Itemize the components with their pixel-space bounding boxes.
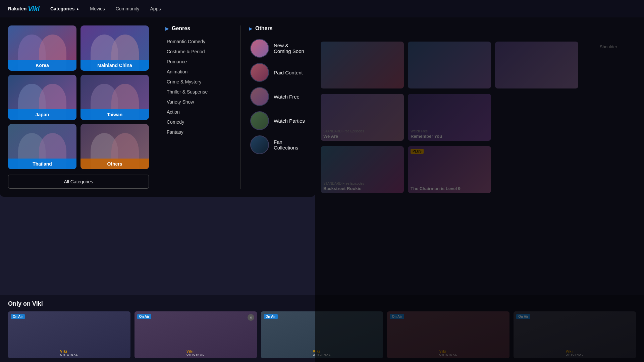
bg-card-chairman: PLUS The Chairman is Level 9 — [408, 146, 491, 193]
card-title: We Are — [323, 134, 401, 139]
bg-card-remember-you: Watch Free Remember You — [408, 94, 491, 141]
new-coming-soon-label: New & Coming Soon — [274, 43, 306, 54]
others-arrow-icon: ▶ — [249, 26, 253, 31]
bg-card — [408, 42, 491, 88]
on-air-badge: On Air — [137, 314, 151, 319]
nav-movies[interactable]: Movies — [90, 6, 105, 11]
navbar: Rakuten Viki Categories ▲ Movies Communi… — [0, 0, 644, 17]
region-grid: Korea Mainland China — [8, 25, 149, 169]
content-row-2: STANDARD Free Episodes We Are Watch Free… — [321, 94, 639, 141]
watch-parties-label: Watch Parties — [274, 118, 305, 124]
logo-link[interactable]: Rakuten Viki — [8, 5, 40, 13]
region-section: Korea Mainland China — [8, 25, 149, 189]
genre-item-costume-period[interactable]: Costume & Period — [165, 47, 232, 56]
new-coming-soon-thumb — [250, 39, 269, 58]
fan-collections-thumb — [250, 135, 269, 154]
region-card-thailand[interactable]: Thailand — [8, 124, 76, 169]
viki-original-logo: VikiORIGINAL — [60, 350, 78, 356]
genre-item-romantic-comedy[interactable]: Romantic Comedy — [165, 37, 232, 46]
genre-item-animation[interactable]: Animation — [165, 67, 232, 76]
card-sub-badge-standard: STANDARD Free Episodes — [323, 182, 401, 185]
genres-section: ▶ Genres Romantic Comedy Costume & Perio… — [165, 25, 232, 189]
genre-item-action[interactable]: Action — [165, 107, 232, 117]
card-title-remember-you: Remember You — [411, 134, 488, 139]
region-label-others: Others — [80, 159, 149, 169]
fan-collections-label: Fan Collections — [274, 139, 306, 150]
viki-original-logo: VikiORIGINAL — [186, 350, 205, 356]
others-section: ▶ Others New & Coming Soon Paid Content — [249, 25, 307, 189]
region-label-japan: Japan — [8, 109, 76, 120]
categories-dropdown: Korea Mainland China — [0, 17, 315, 197]
viki-card-3[interactable]: On Air VikiORIGINAL — [261, 311, 383, 358]
bg-card — [321, 42, 404, 88]
region-card-others[interactable]: Others — [80, 124, 149, 169]
region-label-korea: Korea — [8, 60, 76, 71]
others-item-watch-free[interactable]: Watch Free — [249, 85, 307, 108]
card-title-backstreet: Backstreet Rookie — [323, 186, 401, 191]
paid-content-thumb — [250, 63, 269, 82]
card-sub-badge: STANDARD Free Episodes — [323, 129, 401, 133]
viki-original-logo: VikiORIGINAL — [566, 350, 584, 356]
genre-item-comedy[interactable]: Comedy — [165, 117, 232, 127]
genre-item-fantasy[interactable]: Fantasy — [165, 127, 232, 137]
viki-originals-row: On Air VikiORIGINAL On Air ✕ VikiORIGINA… — [8, 311, 636, 358]
watch-free-label: Watch Free — [274, 94, 300, 100]
card-badge-watch-free: Watch Free — [411, 129, 488, 133]
bg-card-we-are: STANDARD Free Episodes We Are — [321, 94, 404, 141]
on-air-badge: On Air — [390, 314, 404, 319]
others-item-new-coming-soon[interactable]: New & Coming Soon — [249, 37, 307, 60]
others-title: Others — [255, 25, 273, 32]
viki-original-logo: VikiORIGINAL — [439, 350, 458, 356]
watch-parties-thumb — [250, 111, 269, 130]
viki-card-4[interactable]: On Air VikiORIGINAL — [387, 311, 509, 358]
viki-original-logo: VikiORIGINAL — [313, 350, 331, 356]
on-air-badge: On Air — [11, 314, 25, 319]
bg-card-backstreet: STANDARD Free Episodes Backstreet Rookie — [321, 146, 404, 193]
nav-categories[interactable]: Categories ▲ — [50, 6, 79, 11]
only-on-viki-title: Only on Viki — [8, 300, 636, 307]
nav-community[interactable]: Community — [116, 6, 140, 11]
others-item-paid-content[interactable]: Paid Content — [249, 61, 307, 84]
viki-card-5[interactable]: On Air VikiORIGINAL — [514, 311, 636, 358]
genre-item-romance[interactable]: Romance — [165, 57, 232, 66]
card-title-chairman: The Chairman is Level 9 — [411, 186, 488, 191]
region-label-taiwan: Taiwan — [80, 109, 149, 120]
region-card-taiwan[interactable]: Taiwan — [80, 75, 149, 120]
logo-viki: Viki — [28, 5, 40, 13]
logo-rakuten: Rakuten — [8, 6, 26, 11]
genres-arrow-icon: ▶ — [165, 26, 169, 31]
bg-card — [495, 42, 578, 88]
genres-title: Genres — [172, 25, 190, 32]
content-row-1 — [321, 42, 639, 88]
others-item-fan-collections[interactable]: Fan Collections — [249, 133, 307, 156]
viki-card-2[interactable]: On Air ✕ VikiORIGINAL — [135, 311, 257, 358]
others-list: New & Coming Soon Paid Content Watch Fre… — [249, 37, 307, 156]
genres-header: ▶ Genres — [165, 25, 232, 32]
on-air-badge: On Air — [264, 314, 278, 319]
only-on-viki-section: Only on Viki On Air VikiORIGINAL On Air … — [0, 295, 644, 362]
region-label-thailand: Thailand — [8, 159, 76, 169]
categories-label: Categories — [50, 6, 74, 11]
genre-item-thriller-suspense[interactable]: Thriller & Suspense — [165, 87, 232, 97]
genre-list: Romantic Comedy Costume & Period Romance… — [165, 37, 232, 137]
dropdown-divider — [157, 25, 157, 189]
content-row-3: STANDARD Free Episodes Backstreet Rookie… — [321, 146, 639, 193]
genre-item-crime-mystery[interactable]: Crime & Mystery — [165, 77, 232, 86]
watch-free-thumb — [250, 87, 269, 106]
all-categories-button[interactable]: All Categories — [8, 175, 149, 189]
on-air-badge: On Air — [516, 314, 530, 319]
dropdown-divider-2 — [240, 25, 241, 189]
region-card-japan[interactable]: Japan — [8, 75, 76, 120]
region-label-mainland-china: Mainland China — [80, 60, 149, 71]
genre-item-variety-show[interactable]: Variety Show — [165, 97, 232, 107]
nav-apps[interactable]: Apps — [150, 6, 161, 11]
caret-up-icon: ▲ — [76, 7, 79, 11]
region-card-korea[interactable]: Korea — [8, 25, 76, 71]
paid-content-label: Paid Content — [274, 70, 303, 75]
others-item-watch-parties[interactable]: Watch Parties — [249, 109, 307, 132]
viki-card-1[interactable]: On Air VikiORIGINAL — [8, 311, 130, 358]
region-card-mainland-china[interactable]: Mainland China — [80, 25, 149, 71]
others-header: ▶ Others — [249, 25, 307, 32]
